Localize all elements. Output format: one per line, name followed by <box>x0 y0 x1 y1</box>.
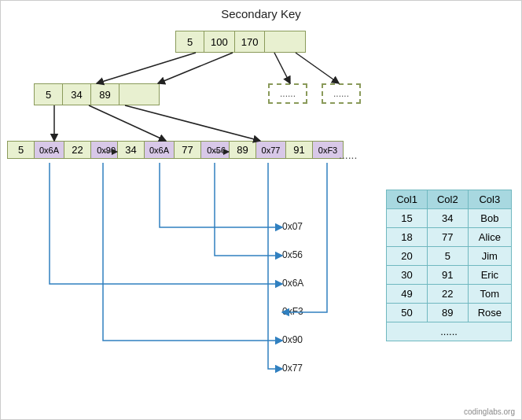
table-cell-0-2: Bob <box>468 209 511 228</box>
table-cell-4-1: 22 <box>427 285 468 304</box>
leaf0-ptr0: 0x6A <box>35 142 64 158</box>
watermark: codinglabs.org <box>464 407 515 416</box>
root-cell-0: 5 <box>176 31 204 52</box>
table-row: 5089Rose <box>387 304 512 322</box>
svg-line-1 <box>158 53 233 83</box>
level1-node-0: 5 34 89 <box>34 83 160 105</box>
leaf2-ptr0: 0x77 <box>256 142 286 158</box>
level1-dashed-2: ...... <box>322 83 361 104</box>
table-row: 205Jim <box>387 247 512 266</box>
col-header-1: Col2 <box>427 190 468 209</box>
table-cell-5-2: Rose <box>468 304 511 322</box>
table-ellipsis: ...... <box>387 322 512 341</box>
leaf-ellipsis: ...... <box>339 149 357 161</box>
hex-label-5: 0x77 <box>282 363 303 374</box>
table-row: 1534Bob <box>387 209 512 228</box>
svg-line-3 <box>296 53 339 83</box>
root-cell-2: 170 <box>235 31 266 52</box>
hex-label-3: 0xF3 <box>282 306 303 317</box>
leaf0-key1: 22 <box>64 142 91 158</box>
hex-label-2: 0x6A <box>282 278 303 289</box>
root-node: 5 100 170 <box>175 31 306 53</box>
table-row: 3091Eric <box>387 266 512 285</box>
leaf-node-1: 34 0x6A 77 0x56 <box>117 141 232 159</box>
data-table: Col1 Col2 Col3 1534Bob1877Alice205Jim309… <box>386 190 512 341</box>
l1-cell-1: 34 <box>63 84 91 105</box>
level1-dashed-1: ...... <box>268 83 307 104</box>
svg-line-6 <box>125 105 260 141</box>
root-cell-3 <box>265 31 289 52</box>
svg-line-5 <box>89 105 166 141</box>
table-cell-5-1: 89 <box>427 304 468 322</box>
hex-label-4: 0x90 <box>282 334 303 345</box>
table-cell-0-0: 15 <box>387 209 428 228</box>
hex-label-0: 0x07 <box>282 221 303 232</box>
table-row: 1877Alice <box>387 228 512 247</box>
table-cell-2-2: Jim <box>468 247 511 266</box>
table-cell-2-1: 5 <box>427 247 468 266</box>
leaf1-key1: 77 <box>175 142 201 158</box>
leaf2-key0: 89 <box>230 142 256 158</box>
table-cell-2-0: 20 <box>387 247 428 266</box>
leaf-node-2: 89 0x77 91 0xF3 <box>229 141 344 159</box>
leaf-node-0: 5 0x6A 22 0x90 <box>7 141 122 159</box>
dashed-ellipsis-1: ...... <box>280 88 296 99</box>
leaf0-key0: 5 <box>8 142 35 158</box>
table-ellipsis-row: ...... <box>387 322 512 341</box>
table-cell-1-2: Alice <box>468 228 511 247</box>
leaf1-key0: 34 <box>118 142 145 158</box>
l1-cell-2: 89 <box>91 84 119 105</box>
col-header-2: Col3 <box>468 190 511 209</box>
table-row: 4922Tom <box>387 285 512 304</box>
l1-cell-0: 5 <box>35 84 63 105</box>
leaf2-key1: 91 <box>286 142 313 158</box>
table-cell-3-1: 91 <box>427 266 468 285</box>
table-cell-1-0: 18 <box>387 228 428 247</box>
svg-line-2 <box>274 53 290 83</box>
leaf1-ptr0: 0x6A <box>145 142 175 158</box>
page-title: Secondary Key <box>1 1 521 20</box>
table-cell-3-0: 30 <box>387 266 428 285</box>
hex-label-1: 0x56 <box>282 249 303 260</box>
root-cell-1: 100 <box>204 31 235 52</box>
table-cell-0-1: 34 <box>427 209 468 228</box>
table-cell-4-2: Tom <box>468 285 511 304</box>
dashed-ellipsis-2: ...... <box>333 88 349 99</box>
table-cell-5-0: 50 <box>387 304 428 322</box>
l1-cell-3 <box>119 84 143 105</box>
table-cell-4-0: 49 <box>387 285 428 304</box>
col-header-0: Col1 <box>387 190 428 209</box>
svg-line-0 <box>97 53 196 83</box>
leaf1-ptr1: 0x56 <box>201 142 231 158</box>
table-cell-3-2: Eric <box>468 266 511 285</box>
table-cell-1-1: 77 <box>427 228 468 247</box>
